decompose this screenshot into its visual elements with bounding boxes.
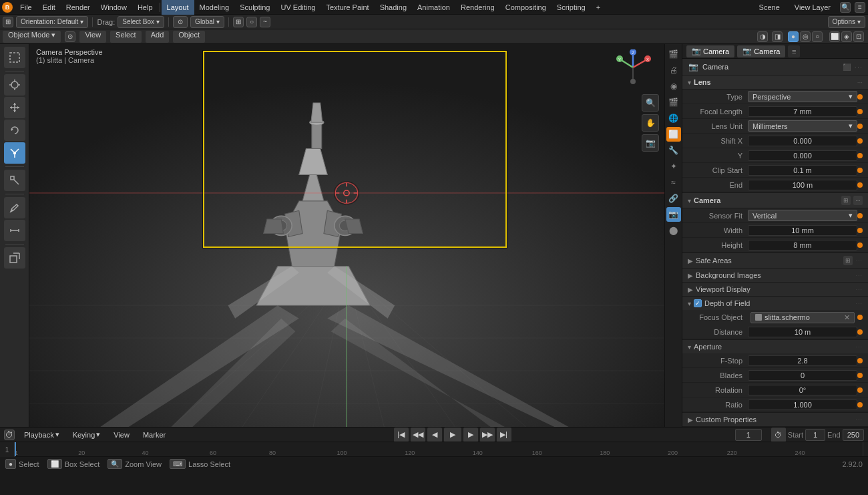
ws-layout[interactable]: Layout xyxy=(162,0,194,15)
jump-end-btn[interactable]: ▶| xyxy=(497,428,511,442)
material-view-icon[interactable]: ◎ xyxy=(800,31,811,42)
shift-y-dot[interactable] xyxy=(857,153,863,158)
focus-obj-clear-btn[interactable]: ✕ xyxy=(844,313,850,322)
object-mode-btn[interactable]: Object Mode ▾ xyxy=(3,31,61,43)
props-scroll[interactable]: ▾ Lens ··· Type Perspective ▾ xyxy=(682,75,868,427)
select-box-tool[interactable] xyxy=(4,47,25,68)
end-frame-value[interactable]: 250 xyxy=(843,429,864,441)
current-frame-display[interactable]: 1 xyxy=(735,429,762,441)
shift-y-value[interactable]: 0.000 xyxy=(748,150,857,161)
sensor-fit-dot[interactable] xyxy=(857,213,863,218)
blades-value[interactable]: 0 xyxy=(748,370,857,381)
ws-scripting[interactable]: Scripting xyxy=(552,0,591,15)
orientation-selector[interactable]: Orientation: Default ▾ xyxy=(16,16,88,28)
start-frame-value[interactable]: 1 xyxy=(805,429,825,441)
focal-length-value[interactable]: 7 mm xyxy=(748,106,857,117)
cursor-tool[interactable] xyxy=(4,74,25,96)
material-props-icon[interactable]: ⬤ xyxy=(666,223,681,238)
dof-distance-dot[interactable] xyxy=(857,329,863,335)
shift-x-dot[interactable] xyxy=(857,138,863,144)
menu-file[interactable]: File xyxy=(15,0,37,15)
filter-btn[interactable]: ≡ xyxy=(855,2,865,13)
overlay-icon[interactable]: ◑ xyxy=(757,31,768,42)
rotation-value[interactable]: 0° xyxy=(748,385,857,395)
drag-selector[interactable]: Select Box ▾ xyxy=(118,16,164,28)
blades-dot[interactable] xyxy=(857,373,863,378)
search-btn[interactable]: 🔍 xyxy=(840,2,851,13)
ws-modeling[interactable]: Modeling xyxy=(194,0,235,15)
modifier-props-icon[interactable]: 🔧 xyxy=(666,143,681,158)
clip-end-value[interactable]: 100 m xyxy=(748,180,857,190)
camera-view-icon[interactable]: 📷 xyxy=(642,134,659,152)
dof-checkbox[interactable]: ✓ xyxy=(694,299,702,307)
scene-selector[interactable]: Scene xyxy=(754,0,785,15)
eevee-icon[interactable]: ◈ xyxy=(841,31,852,42)
object-props-icon[interactable]: ⬜ xyxy=(666,127,681,142)
sensor-fit-dropdown[interactable]: Vertical ▾ xyxy=(748,210,857,221)
lens-header[interactable]: ▾ Lens ··· xyxy=(682,75,868,90)
ws-uv-editing[interactable]: UV Editing xyxy=(275,0,320,15)
sensor-width-value[interactable]: 10 mm xyxy=(748,225,857,236)
ws-rendering[interactable]: Rendering xyxy=(455,0,500,15)
sensor-width-dot[interactable] xyxy=(857,228,863,233)
focus-object-value[interactable]: slitta.schermo ✕ xyxy=(750,312,855,323)
constraints-props-icon[interactable]: 🔗 xyxy=(666,191,681,206)
rotate-tool[interactable] xyxy=(4,120,25,141)
panel-filter-icon[interactable]: ≡ xyxy=(788,45,800,57)
object-menu-btn[interactable]: Object xyxy=(173,31,205,43)
clip-start-dot[interactable] xyxy=(857,168,863,173)
custom-props-header[interactable]: ▶ Custom Properties ··· xyxy=(682,413,868,426)
camera-data-tab[interactable]: 📷 Camera xyxy=(737,45,785,57)
ws-sculpting[interactable]: Sculpting xyxy=(234,0,275,15)
clip-end-dot[interactable] xyxy=(857,182,863,188)
type-dropdown[interactable]: Perspective ▾ xyxy=(748,91,857,102)
add-menu-btn[interactable]: Add xyxy=(146,31,170,43)
jump-back-keyframe-btn[interactable]: ◀◀ xyxy=(411,428,425,442)
camera-extra-icon2[interactable]: ··· xyxy=(853,196,863,205)
cycles-icon[interactable]: ⊡ xyxy=(853,31,864,42)
transform-tool[interactable] xyxy=(4,170,25,191)
timeline-icon[interactable]: ⏱ xyxy=(4,430,15,440)
physics-props-icon[interactable]: ≈ xyxy=(666,175,681,190)
lens-unit-dot[interactable] xyxy=(857,124,863,129)
workbench-icon[interactable]: ⬜ xyxy=(829,31,840,42)
camera-object-tab[interactable]: 📷 Camera xyxy=(686,45,734,57)
measure-tool[interactable] xyxy=(4,220,25,241)
playback-menu[interactable]: Playback ▾ xyxy=(20,429,63,441)
zoom-icon[interactable]: 🔍 xyxy=(642,94,659,112)
focal-length-dot[interactable] xyxy=(857,109,863,114)
proportional-btn[interactable]: ○ xyxy=(246,17,257,27)
options-btn[interactable]: Options ▾ xyxy=(828,16,865,28)
step-back-btn[interactable]: ◀ xyxy=(427,428,442,442)
transform-pivot[interactable]: ⊙ xyxy=(173,16,188,28)
curve-btn[interactable]: ~ xyxy=(260,17,270,27)
background-images-header[interactable]: ▶ Background Images ··· xyxy=(682,269,868,282)
move-tool[interactable] xyxy=(4,97,25,118)
scale-tool[interactable] xyxy=(4,142,25,164)
snap-btn[interactable]: ⊞ xyxy=(233,17,244,27)
ws-compositing[interactable]: Compositing xyxy=(500,0,552,15)
view-layer-props-icon[interactable]: ◉ xyxy=(666,79,681,94)
menu-edit[interactable]: Edit xyxy=(37,0,61,15)
ratio-value[interactable]: 1.000 xyxy=(748,399,857,410)
view-layer-selector[interactable]: View Layer xyxy=(789,0,836,15)
sensor-height-dot[interactable] xyxy=(857,242,863,248)
output-props-icon[interactable]: 🖨 xyxy=(666,63,681,77)
viewport-render-icon[interactable]: ⊙ xyxy=(65,31,75,42)
panel-dots[interactable]: ··· xyxy=(855,63,863,71)
keying-menu[interactable]: Keying ▾ xyxy=(69,429,105,441)
particles-props-icon[interactable]: ✦ xyxy=(666,159,681,174)
select-menu-btn[interactable]: Select xyxy=(110,31,142,43)
ws-texture-paint[interactable]: Texture Paint xyxy=(320,0,374,15)
jump-start-btn[interactable]: |◀ xyxy=(394,428,409,442)
aperture-header[interactable]: ▾ Aperture ··· xyxy=(682,340,868,353)
shift-x-value[interactable]: 0.000 xyxy=(748,136,857,146)
jump-fwd-keyframe-btn[interactable]: ▶▶ xyxy=(480,428,495,442)
pan-icon[interactable]: ✋ xyxy=(642,114,659,132)
dof-header[interactable]: ▾ ✓ Depth of Field ··· xyxy=(682,297,868,310)
camera-extra-icon[interactable]: ⊞ xyxy=(841,196,851,205)
dof-distance-value[interactable]: 10 m xyxy=(748,327,857,337)
lens-unit-dropdown[interactable]: Millimeters ▾ xyxy=(748,120,857,132)
view-menu-btn[interactable]: View xyxy=(79,31,106,43)
viewport-display-header[interactable]: ▶ Viewport Display ··· xyxy=(682,283,868,296)
